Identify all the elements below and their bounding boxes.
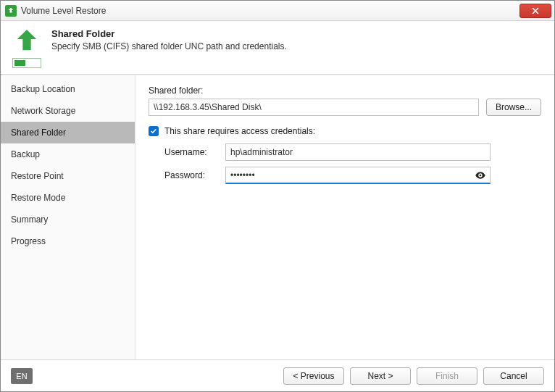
cancel-button[interactable]: Cancel <box>483 367 544 385</box>
wizard-step-subtitle: Specify SMB (CIFS) shared folder UNC pat… <box>51 41 287 51</box>
username-label: Username: <box>164 147 220 157</box>
wizard-header: Shared Folder Specify SMB (CIFS) shared … <box>1 21 554 74</box>
close-button[interactable] <box>519 4 551 18</box>
wizard-header-icon <box>11 28 43 68</box>
browse-button[interactable]: Browse... <box>486 99 541 116</box>
finish-button: Finish <box>417 367 477 385</box>
requires-creds-label: This share requires access credentials: <box>164 126 315 136</box>
sidebar-item-backup-location[interactable]: Backup Location <box>1 78 135 100</box>
wizard-main-panel: Shared folder: Browse... This share requ… <box>135 75 554 359</box>
wizard-window: Volume Level Restore Shared Folder Speci… <box>0 0 555 392</box>
language-indicator[interactable]: EN <box>11 368 33 384</box>
restore-arrow-icon <box>13 28 41 55</box>
sidebar-item-restore-point[interactable]: Restore Point <box>1 165 135 187</box>
svg-point-0 <box>480 175 482 177</box>
wizard-steps-sidebar: Backup Location Network Storage Shared F… <box>1 75 135 359</box>
shared-folder-label: Shared folder: <box>149 86 541 96</box>
sidebar-item-network-storage[interactable]: Network Storage <box>1 100 135 122</box>
sidebar-item-summary[interactable]: Summary <box>1 209 135 230</box>
progress-bar-icon <box>12 58 41 68</box>
requires-creds-checkbox[interactable] <box>149 126 159 136</box>
password-label: Password: <box>164 170 220 180</box>
shared-folder-input[interactable] <box>149 99 479 116</box>
window-title: Volume Level Restore <box>21 6 519 16</box>
sidebar-item-shared-folder[interactable]: Shared Folder <box>1 122 135 143</box>
reveal-password-icon[interactable] <box>475 170 486 181</box>
sidebar-item-restore-mode[interactable]: Restore Mode <box>1 187 135 209</box>
titlebar: Volume Level Restore <box>1 1 554 21</box>
next-button[interactable]: Next > <box>350 367 411 385</box>
previous-button[interactable]: < Previous <box>283 367 344 385</box>
sidebar-item-backup[interactable]: Backup <box>1 143 135 165</box>
username-input[interactable] <box>225 143 491 161</box>
sidebar-item-progress[interactable]: Progress <box>1 230 135 252</box>
app-icon <box>5 5 17 17</box>
wizard-footer: EN < Previous Next > Finish Cancel <box>1 359 554 391</box>
wizard-step-title: Shared Folder <box>51 28 287 39</box>
password-input[interactable] <box>225 167 491 184</box>
